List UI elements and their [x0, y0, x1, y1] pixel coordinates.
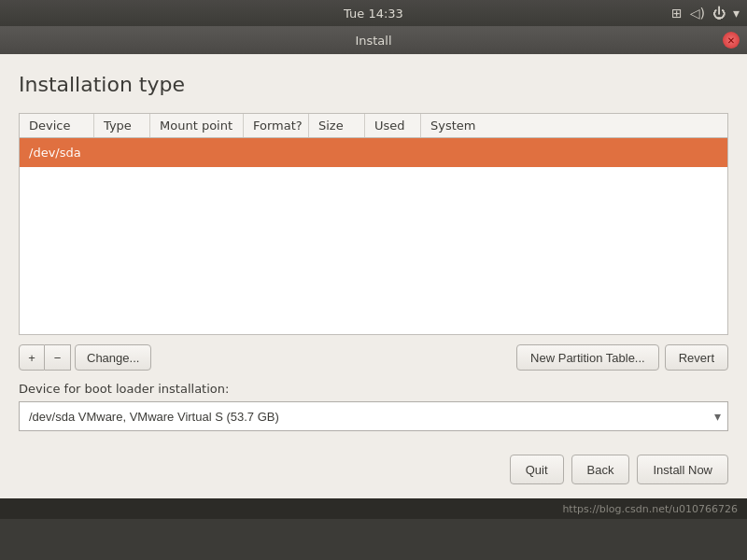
partition-table-header: Device Type Mount point Format? Size Use… [20, 114, 727, 138]
partition-table-body: /dev/sda [20, 138, 727, 334]
window-body: Installation type Device Type Mount poin… [0, 54, 747, 498]
back-button[interactable]: Back [571, 455, 630, 484]
table-row[interactable]: /dev/sda [20, 138, 727, 167]
col-header-type: Type [94, 114, 150, 137]
partition-table: Device Type Mount point Format? Size Use… [19, 113, 728, 335]
bootloader-select[interactable]: /dev/sda VMware, VMware Virtual S (53.7 … [19, 401, 728, 431]
system-titlebar: Tue 14:33 ⊞ ◁) ⏻ ▾ [0, 0, 747, 26]
clock: Tue 14:33 [344, 7, 403, 21]
network-icon[interactable]: ⊞ [671, 6, 683, 21]
col-header-system: System [421, 114, 727, 137]
bootloader-label: Device for boot loader installation: [19, 382, 728, 396]
cell-device: /dev/sda [20, 143, 94, 162]
window-title: Install [355, 34, 391, 48]
col-header-device: Device [20, 114, 94, 137]
cell-mount [150, 150, 244, 156]
close-button[interactable]: ✕ [723, 32, 740, 49]
col-header-used: Used [365, 114, 421, 137]
change-partition-button[interactable]: Change... [75, 344, 151, 371]
col-header-mount: Mount point [150, 114, 244, 137]
power-icon[interactable]: ⏻ [712, 6, 726, 21]
page-title: Installation type [19, 73, 728, 96]
cell-type [94, 150, 150, 156]
cell-system [421, 150, 727, 156]
cell-size [309, 150, 365, 156]
toolbar-right: New Partition Table... Revert [516, 344, 728, 371]
status-bar: https://blog.csdn.net/u010766726 [0, 498, 747, 519]
cell-format [244, 150, 309, 156]
bootloader-select-container: /dev/sda VMware, VMware Virtual S (53.7 … [19, 401, 728, 431]
install-now-button[interactable]: Install Now [637, 455, 728, 484]
add-partition-button[interactable]: + [19, 344, 45, 371]
cell-used [365, 150, 421, 156]
new-partition-table-button[interactable]: New Partition Table... [516, 344, 659, 371]
volume-icon[interactable]: ◁) [690, 6, 705, 21]
chevron-down-icon[interactable]: ▾ [733, 6, 740, 21]
revert-button[interactable]: Revert [665, 344, 728, 371]
quit-button[interactable]: Quit [510, 455, 564, 484]
bottom-buttons: Quit Back Install Now [19, 450, 728, 484]
titlebar-icons: ⊞ ◁) ⏻ ▾ [671, 6, 740, 21]
status-url: https://blog.csdn.net/u010766726 [562, 503, 738, 515]
col-header-size: Size [309, 114, 365, 137]
partition-toolbar: + − Change... New Partition Table... Rev… [19, 344, 728, 371]
remove-partition-button[interactable]: − [45, 344, 71, 371]
col-header-format: Format? [244, 114, 309, 137]
window-titlebar: Install ✕ [0, 26, 747, 54]
